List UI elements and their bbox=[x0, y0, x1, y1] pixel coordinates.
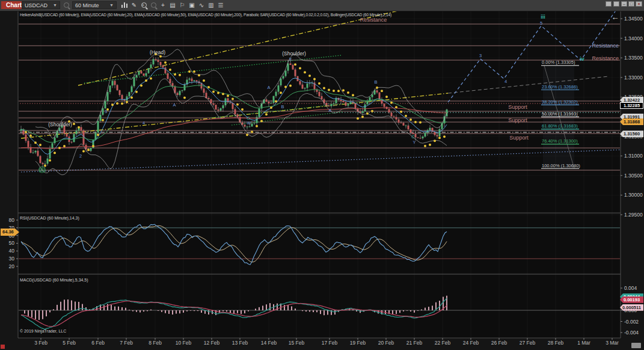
svg-text:A: A bbox=[173, 102, 176, 108]
svg-text:1.31000: 1.31000 bbox=[624, 153, 643, 159]
svg-text:4: 4 bbox=[143, 120, 145, 126]
svg-text:iv: iv bbox=[580, 56, 584, 62]
alerts-button[interactable]: ⚐ bbox=[178, 1, 186, 9]
macd-signal-tag: 0.00193 bbox=[620, 296, 643, 303]
svg-text:40: 40 bbox=[9, 248, 15, 254]
svg-text:7 Feb: 7 Feb bbox=[120, 340, 133, 346]
svg-text:B: B bbox=[374, 79, 377, 85]
report-button[interactable]: ▥ bbox=[207, 1, 215, 9]
chart-canvas[interactable]: 0.00% (1.33305)23.60% (1.32686)38.20% (1… bbox=[0, 0, 644, 350]
price-indicators-label: HeikenAshi8(USDCAD (60 Minute)), EMA(USD… bbox=[20, 13, 391, 17]
svg-text:1.33500: 1.33500 bbox=[624, 55, 643, 61]
interval-value: 60 Minute bbox=[75, 2, 99, 9]
svg-text:3: 3 bbox=[105, 109, 107, 114]
svg-text:W: W bbox=[247, 120, 251, 126]
svg-text:(Shoulder): (Shoulder) bbox=[48, 121, 72, 127]
svg-text:C: C bbox=[411, 134, 415, 140]
svg-text:(Shoulder): (Shoulder) bbox=[282, 51, 306, 57]
svg-text:4: 4 bbox=[504, 79, 507, 84]
svg-text:1 Mar: 1 Mar bbox=[577, 340, 590, 346]
horizontal-scrollbar-handle[interactable] bbox=[631, 343, 641, 348]
add-series-button[interactable]: + bbox=[159, 1, 167, 9]
svg-text:24 Feb: 24 Feb bbox=[463, 340, 479, 346]
svg-text:Resistance: Resistance bbox=[592, 55, 619, 61]
new-window-button[interactable]: ▤ bbox=[168, 1, 177, 9]
instrument-dropdown[interactable]: USDCAD ▼ bbox=[22, 1, 60, 9]
restore-button[interactable]: □ bbox=[628, 1, 634, 7]
toolbar: Chart USDCAD ▼ 60 Minute ▼ ✎+▤⚐▣∿▥☰ –□× bbox=[0, 0, 644, 11]
svg-text:1.29500: 1.29500 bbox=[624, 212, 643, 218]
copyright-label: © 2019 NinjaTrader, LLC bbox=[20, 329, 66, 333]
svg-text:13 Feb: 13 Feb bbox=[232, 340, 248, 346]
properties-button[interactable]: ☰ bbox=[216, 1, 225, 9]
svg-text:Support: Support bbox=[508, 104, 527, 110]
minimize-button[interactable]: – bbox=[621, 1, 627, 7]
svg-text:Support: Support bbox=[508, 117, 527, 123]
svg-text:21 Feb: 21 Feb bbox=[406, 340, 423, 346]
svg-text:38.20% (1.32302): 38.20% (1.32302) bbox=[542, 99, 578, 105]
data-box-button[interactable]: ▣ bbox=[188, 1, 196, 9]
svg-text:Y: Y bbox=[412, 140, 416, 145]
svg-text:-0.004: -0.004 bbox=[624, 330, 639, 336]
svg-text:iii: iii bbox=[541, 14, 545, 20]
svg-text:22 Feb: 22 Feb bbox=[435, 340, 451, 346]
close-button[interactable]: × bbox=[636, 1, 642, 7]
macd-indicator-label: MACD(USDCAD (60 Minute),5,34,5) bbox=[20, 278, 88, 282]
svg-text:80: 80 bbox=[9, 217, 15, 223]
svg-text:2: 2 bbox=[79, 153, 82, 159]
macd-panel bbox=[18, 275, 621, 338]
svg-text:0.004: 0.004 bbox=[624, 285, 637, 291]
svg-text:(Head): (Head) bbox=[150, 49, 165, 55]
svg-text:20 Feb: 20 Feb bbox=[378, 340, 394, 346]
search-icon[interactable] bbox=[62, 1, 70, 9]
svg-text:5 Feb: 5 Feb bbox=[63, 340, 76, 346]
go-to-last-bar-button[interactable]: ← bbox=[607, 13, 623, 23]
svg-text:B: B bbox=[281, 104, 284, 109]
draw-tools-button[interactable]: ✎ bbox=[130, 1, 138, 9]
svg-text:X: X bbox=[289, 57, 292, 62]
svg-text:23.60% (1.32686): 23.60% (1.32686) bbox=[542, 84, 578, 90]
panel-button-1[interactable] bbox=[606, 1, 612, 7]
svg-text:50.00% (1.31993): 50.00% (1.31993) bbox=[542, 111, 578, 117]
chevron-down-icon: ▼ bbox=[53, 2, 57, 9]
svg-text:Support: Support bbox=[509, 135, 529, 141]
svg-text:15 Feb: 15 Feb bbox=[289, 340, 305, 346]
svg-text:Resistance: Resistance bbox=[360, 17, 387, 23]
rsi-panel bbox=[18, 214, 621, 273]
svg-text:-0.002: -0.002 bbox=[624, 319, 639, 325]
ninjatrader-chart-window: Chart USDCAD ▼ 60 Minute ▼ ✎+▤⚐▣∿▥☰ –□× … bbox=[0, 0, 644, 350]
price-tag-1.31868: 1.31868 bbox=[620, 118, 643, 125]
svg-text:76.40% (1.31300): 76.40% (1.31300) bbox=[542, 138, 578, 144]
svg-text:1.30000: 1.30000 bbox=[624, 192, 643, 198]
svg-text:3 Mar: 3 Mar bbox=[606, 340, 619, 346]
chevron-down-icon: ▼ bbox=[109, 2, 114, 9]
svg-text:14 Feb: 14 Feb bbox=[261, 340, 277, 346]
macd-histogram-tag: 0.000511 bbox=[620, 304, 643, 311]
svg-text:10 Feb: 10 Feb bbox=[176, 340, 192, 346]
svg-text:1.34000: 1.34000 bbox=[624, 35, 643, 41]
connection-status-indicator bbox=[1, 345, 5, 349]
svg-text:1: 1 bbox=[59, 129, 61, 134]
svg-text:8 Feb: 8 Feb bbox=[149, 340, 162, 346]
svg-text:100.00% (1.30680): 100.00% (1.30680) bbox=[542, 163, 580, 168]
zoom-in-button[interactable] bbox=[140, 1, 148, 9]
svg-text:17 Feb: 17 Feb bbox=[322, 340, 338, 346]
svg-text:26 Feb: 26 Feb bbox=[491, 340, 508, 346]
svg-text:3: 3 bbox=[479, 53, 482, 58]
panel-button-2[interactable] bbox=[613, 1, 619, 7]
svg-text:3 Feb: 3 Feb bbox=[34, 340, 48, 346]
svg-text:28 Feb: 28 Feb bbox=[548, 340, 564, 346]
svg-text:0.00% (1.33305): 0.00% (1.33305) bbox=[542, 60, 575, 65]
svg-text:A: A bbox=[267, 85, 270, 90]
svg-text:1.34500: 1.34500 bbox=[624, 16, 643, 22]
price-tag-1.32285: 1.32285 bbox=[620, 102, 643, 109]
zoom-out-button[interactable] bbox=[149, 1, 158, 9]
svg-text:1.33000: 1.33000 bbox=[624, 75, 643, 81]
svg-text:1.30500: 1.30500 bbox=[624, 173, 643, 179]
price-tag-1.31560: 1.31560 bbox=[620, 130, 643, 137]
chart-style-button[interactable] bbox=[120, 1, 129, 9]
trendline-button[interactable]: ∿ bbox=[197, 1, 206, 9]
interval-dropdown[interactable]: 60 Minute ▼ bbox=[72, 1, 117, 9]
svg-text:30: 30 bbox=[9, 256, 15, 262]
svg-text:6 Feb: 6 Feb bbox=[91, 340, 105, 346]
